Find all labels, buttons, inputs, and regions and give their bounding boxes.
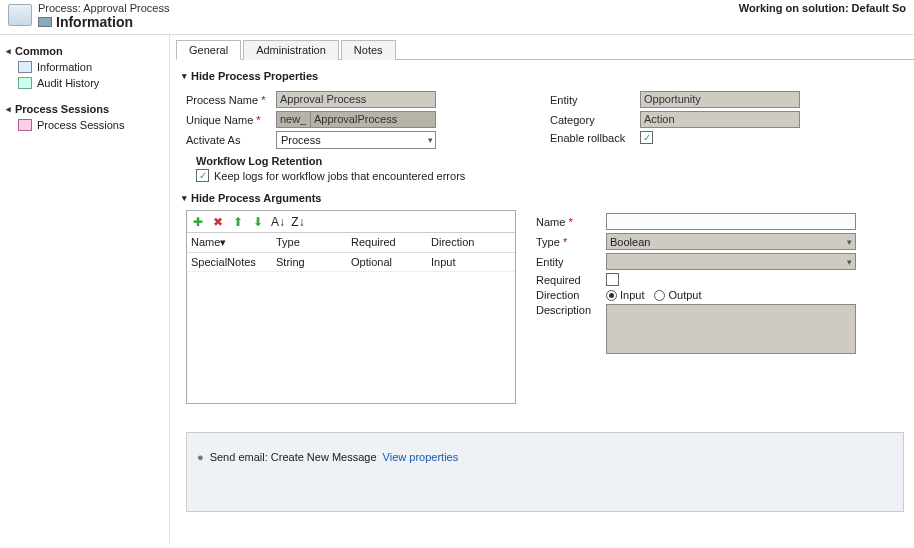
- activate-as-select[interactable]: Process ▾: [276, 131, 436, 149]
- process-name-input[interactable]: Approval Process: [276, 91, 436, 108]
- sidebar-item-label: Audit History: [37, 77, 99, 89]
- cell-name: SpecialNotes: [187, 253, 272, 271]
- unique-name-input[interactable]: ApprovalProcess: [310, 111, 436, 128]
- cell-type: String: [272, 253, 347, 271]
- arg-type-select[interactable]: Boolean ▾: [606, 233, 856, 250]
- activate-as-value: Process: [281, 134, 321, 146]
- direction-output-label: Output: [668, 289, 701, 301]
- add-icon[interactable]: ✚: [191, 215, 205, 229]
- process-breadcrumb: Process: Approval Process: [38, 2, 169, 14]
- arg-name-input[interactable]: [606, 213, 856, 230]
- move-up-icon[interactable]: ⬆: [231, 215, 245, 229]
- arg-required-checkbox[interactable]: ✓: [606, 273, 619, 286]
- arg-description-textarea[interactable]: [606, 304, 856, 354]
- sort-asc-icon[interactable]: A↓: [271, 215, 285, 229]
- unique-name-prefix: new_: [276, 111, 310, 128]
- category-label: Category: [550, 114, 640, 126]
- process-entity-icon: [8, 4, 32, 26]
- arg-type-value: Boolean: [610, 236, 650, 248]
- sidebar-item-information[interactable]: Information: [4, 59, 165, 75]
- enable-rollback-label: Enable rollback: [550, 132, 640, 144]
- activate-as-label: Activate As: [186, 134, 276, 146]
- arg-description-label: Description: [536, 304, 606, 316]
- tab-general[interactable]: General: [176, 40, 241, 60]
- arg-direction-label: Direction: [536, 289, 606, 301]
- step-text: Send email: Create New Message: [210, 451, 377, 463]
- sidebar-section-common[interactable]: Common: [4, 43, 165, 59]
- grid-header-name[interactable]: Name▾: [187, 233, 272, 252]
- sidebar-item-label: Information: [37, 61, 92, 73]
- workflow-log-heading: Workflow Log Retention: [196, 155, 550, 167]
- grid-header-required[interactable]: Required: [347, 233, 427, 252]
- bullet-icon: ●: [197, 451, 204, 463]
- grid-header-type[interactable]: Type: [272, 233, 347, 252]
- tab-notes[interactable]: Notes: [341, 40, 396, 60]
- grid-header-direction[interactable]: Direction: [427, 233, 497, 252]
- arguments-toolbar: ✚ ✖ ⬆ ⬇ A↓ Z↓: [187, 211, 515, 233]
- tab-strip: General Administration Notes: [176, 39, 914, 60]
- arg-type-label: Type: [536, 236, 606, 248]
- arguments-grid: ✚ ✖ ⬆ ⬇ A↓ Z↓ Name▾ Type Required Direct…: [186, 210, 516, 404]
- arg-entity-select[interactable]: ▾: [606, 253, 856, 270]
- delete-icon[interactable]: ✖: [211, 215, 225, 229]
- sort-desc-icon[interactable]: Z↓: [291, 215, 305, 229]
- steps-panel: ● Send email: Create New Message View pr…: [186, 432, 904, 512]
- solution-context-label: Working on solution: Default So: [739, 2, 906, 14]
- arg-name-label: Name: [536, 216, 606, 228]
- grid-header-row: Name▾ Type Required Direction: [187, 233, 515, 253]
- cell-required: Optional: [347, 253, 427, 271]
- direction-output-radio[interactable]: [654, 290, 665, 301]
- argument-detail-form: Name Type Boolean ▾ Entity ▾: [536, 210, 856, 404]
- cell-direction: Input: [427, 253, 497, 271]
- properties-form: Process Name Approval Process Unique Nam…: [186, 88, 914, 182]
- chevron-down-icon: ▾: [847, 237, 852, 247]
- keep-logs-label: Keep logs for workflow jobs that encount…: [214, 170, 465, 182]
- sidebar-item-process-sessions[interactable]: Process Sessions: [4, 117, 165, 133]
- main-content: General Administration Notes Hide Proces…: [170, 35, 914, 543]
- tab-administration[interactable]: Administration: [243, 40, 339, 60]
- sidebar-section-process-sessions[interactable]: Process Sessions: [4, 101, 165, 117]
- window-header: Process: Approval Process Information Wo…: [0, 0, 914, 35]
- chevron-down-icon: ▾: [428, 135, 433, 145]
- info-icon: [38, 17, 52, 27]
- section-toggle-arguments[interactable]: Hide Process Arguments: [182, 192, 914, 204]
- move-down-icon[interactable]: ⬇: [251, 215, 265, 229]
- section-toggle-properties[interactable]: Hide Process Properties: [182, 70, 914, 82]
- unique-name-label: Unique Name: [186, 114, 276, 126]
- information-icon: [18, 61, 32, 73]
- enable-rollback-checkbox[interactable]: ✓: [640, 131, 653, 144]
- sidebar-item-label: Process Sessions: [37, 119, 124, 131]
- chevron-down-icon: ▾: [847, 257, 852, 267]
- sessions-icon: [18, 119, 32, 131]
- category-value: Action: [640, 111, 800, 128]
- sidebar-item-audit-history[interactable]: Audit History: [4, 75, 165, 91]
- audit-icon: [18, 77, 32, 89]
- table-row[interactable]: SpecialNotes String Optional Input: [187, 253, 515, 272]
- arg-required-label: Required: [536, 274, 606, 286]
- entity-label: Entity: [550, 94, 640, 106]
- keep-logs-checkbox[interactable]: ✓: [196, 169, 209, 182]
- left-navigation: Common Information Audit History Process…: [0, 35, 170, 543]
- arg-entity-label: Entity: [536, 256, 606, 268]
- entity-value: Opportunity: [640, 91, 800, 108]
- view-properties-link[interactable]: View properties: [383, 451, 459, 463]
- process-name-label: Process Name: [186, 94, 276, 106]
- direction-input-label: Input: [620, 289, 644, 301]
- page-title: Information: [56, 14, 133, 30]
- direction-input-radio[interactable]: [606, 290, 617, 301]
